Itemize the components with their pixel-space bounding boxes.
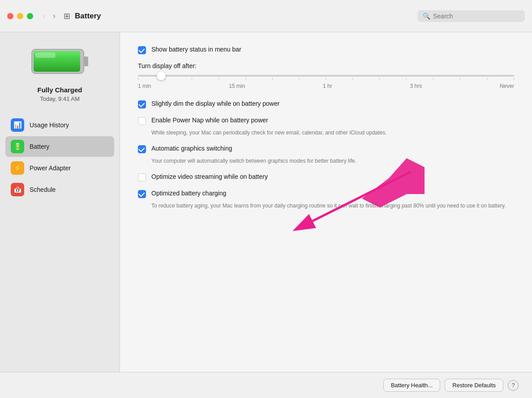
show-battery-status-checkbox[interactable] — [138, 46, 146, 54]
tick — [433, 78, 433, 80]
tick — [487, 78, 487, 80]
close-button[interactable] — [7, 13, 13, 19]
usage-history-icon: 📊 — [11, 118, 24, 132]
slider-track-container — [138, 75, 514, 80]
sidebar-nav: 📊 Usage History 🔋 Battery ⚡ Power A — [5, 115, 114, 201]
auto-graphics-label: Automatic graphics switching — [151, 145, 232, 152]
nav-buttons: ‹ › — [40, 9, 58, 22]
slider-label-1hr: 1 hr — [323, 83, 332, 89]
maximize-button[interactable] — [27, 13, 33, 19]
tick — [192, 78, 192, 80]
tick — [352, 78, 353, 80]
window-title: Battery — [75, 12, 101, 21]
tick — [219, 78, 219, 80]
dim-display-label: Slightly dim the display while on batter… — [151, 100, 279, 107]
search-bar[interactable]: 🔍 — [417, 10, 525, 22]
tick — [514, 78, 514, 80]
slider-track — [138, 75, 514, 77]
power-nap-checkbox[interactable] — [138, 117, 146, 125]
battery-nav-icon: 🔋 — [11, 140, 24, 153]
sidebar-item-schedule[interactable]: 📅 Schedule — [5, 179, 114, 200]
tick — [379, 78, 380, 80]
auto-graphics-checkbox-wrap — [138, 145, 146, 153]
power-adapter-icon: ⚡ — [11, 161, 24, 175]
main-content: Show battery status in menu bar Turn dis… — [120, 32, 532, 372]
system-preferences-window: ‹ › ⊞ Battery 🔍 — [0, 0, 532, 398]
sidebar-item-battery[interactable]: 🔋 Battery — [5, 136, 114, 157]
slider-thumb[interactable] — [157, 71, 166, 80]
battery-status: Fully Charged — [37, 86, 82, 94]
auto-graphics-row: Automatic graphics switching — [138, 145, 514, 153]
optimized-charging-desc: To reduce battery aging, your Mac learns… — [151, 202, 514, 210]
tick — [272, 78, 273, 80]
battery-health-button[interactable]: Battery Health... — [383, 379, 440, 392]
sidebar-item-label-schedule: Schedule — [30, 186, 56, 193]
body: Fully Charged Today, 9:41 AM 📊 Usage His… — [0, 32, 532, 372]
svg-rect-3 — [35, 52, 56, 58]
tick — [138, 78, 138, 80]
optimize-video-checkbox-wrap — [138, 173, 146, 182]
dim-display-row: Slightly dim the display while on batter… — [138, 100, 514, 108]
optimized-charging-checkbox[interactable] — [138, 190, 146, 198]
grid-icon[interactable]: ⊞ — [64, 11, 70, 21]
schedule-icon: 📅 — [11, 183, 24, 196]
svg-marker-6 — [362, 158, 425, 208]
sidebar-item-label-battery: Battery — [30, 143, 49, 150]
sidebar-item-power-adapter[interactable]: ⚡ Power Adapter — [5, 158, 114, 178]
optimized-charging-label: Optimized battery charging — [151, 190, 226, 197]
battery-icon-container — [31, 46, 89, 79]
sidebar-item-label-power-adapter: Power Adapter — [30, 164, 71, 172]
slider-label-never: Never — [500, 83, 514, 89]
search-input[interactable] — [433, 13, 519, 20]
power-nap-desc: While sleeping, your Mac can periodicall… — [151, 129, 514, 137]
auto-graphics-checkbox[interactable] — [138, 145, 146, 153]
slider-label-15min: 15 min — [229, 83, 245, 89]
svg-rect-1 — [84, 56, 88, 66]
optimize-video-checkbox[interactable] — [138, 173, 146, 182]
power-nap-row: Enable Power Nap while on battery power — [138, 117, 514, 125]
titlebar: ‹ › ⊞ Battery 🔍 — [0, 0, 532, 32]
battery-icon — [31, 46, 89, 77]
traffic-lights — [7, 13, 33, 19]
optimize-video-row: Optimize video streaming while on batter… — [138, 173, 514, 182]
dim-display-checkbox[interactable] — [138, 100, 146, 108]
sidebar-item-label-usage-history: Usage History — [30, 121, 69, 129]
power-nap-label: Enable Power Nap while on battery power — [151, 117, 268, 124]
power-nap-checkbox-wrap — [138, 117, 146, 125]
tick — [460, 78, 460, 80]
bottom-bar: Battery Health... Restore Defaults ? — [0, 372, 532, 398]
tick — [406, 78, 407, 80]
optimize-video-label: Optimize video streaming while on batter… — [151, 173, 268, 180]
minimize-button[interactable] — [17, 13, 23, 19]
forward-button[interactable]: › — [50, 9, 58, 22]
sidebar: Fully Charged Today, 9:41 AM 📊 Usage His… — [0, 32, 120, 372]
restore-defaults-button[interactable]: Restore Defaults — [445, 379, 503, 392]
show-battery-status-label: Show battery status in menu bar — [151, 46, 241, 53]
show-battery-status-row: Show battery status in menu bar — [138, 46, 514, 54]
back-button[interactable]: ‹ — [40, 9, 48, 22]
show-battery-status-checkbox-wrap — [138, 46, 146, 54]
optimized-charging-row: Optimized battery charging — [138, 190, 514, 198]
help-button[interactable]: ? — [508, 380, 519, 391]
optimized-charging-checkbox-wrap — [138, 190, 146, 198]
slider-labels: 1 min 15 min 1 hr 3 hrs Never — [138, 83, 514, 89]
slider-label-1min: 1 min — [138, 83, 151, 89]
tick — [299, 78, 300, 80]
tick — [326, 78, 326, 80]
tick — [245, 78, 246, 80]
dim-display-checkbox-wrap — [138, 100, 146, 108]
search-icon: 🔍 — [423, 13, 430, 20]
slider-label-3hrs: 3 hrs — [410, 83, 422, 89]
battery-time: Today, 9:41 AM — [40, 95, 80, 102]
sidebar-item-usage-history[interactable]: 📊 Usage History — [5, 115, 114, 135]
auto-graphics-desc: Your computer will automatically switch … — [151, 157, 514, 165]
turn-display-off-label: Turn display off after: — [138, 62, 514, 69]
slider-section: Turn display off after: — [138, 62, 514, 89]
slider-ticks — [138, 78, 514, 80]
